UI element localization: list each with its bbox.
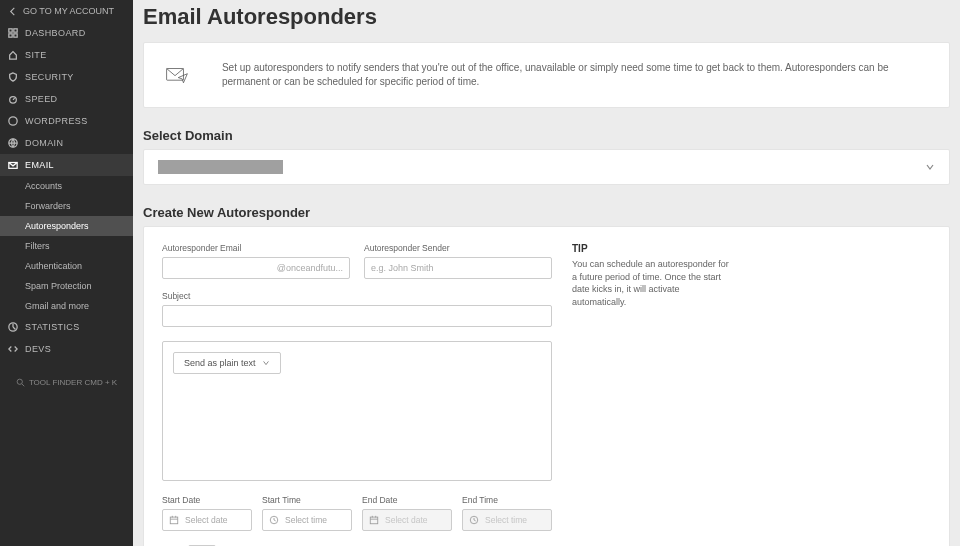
sidebar-item-devs[interactable]: DEVS — [0, 338, 133, 360]
autoresponder-sender-input[interactable] — [364, 257, 552, 279]
intro-text: Set up autoresponders to notify senders … — [222, 61, 929, 89]
start-time-input[interactable]: Select time — [262, 509, 352, 531]
svg-rect-3 — [14, 34, 17, 37]
wordpress-icon — [8, 116, 18, 126]
clock-icon — [469, 515, 479, 525]
tip-title: TIP — [572, 243, 732, 254]
back-label: GO TO MY ACCOUNT — [23, 6, 114, 16]
tool-finder[interactable]: TOOL FINDER CMD + K — [0, 378, 133, 387]
page-title: Email Autoresponders — [143, 4, 950, 30]
autoresponder-email-input[interactable] — [162, 257, 350, 279]
mail-icon — [8, 160, 18, 170]
main-content: Email Autoresponders Set up autoresponde… — [133, 0, 960, 546]
svg-rect-0 — [9, 29, 12, 32]
sidebar-item-statistics[interactable]: STATISTICS — [0, 316, 133, 338]
send-as-plain-text-dropdown[interactable]: Send as plain text — [173, 352, 281, 374]
message-editor[interactable]: Send as plain text — [162, 341, 552, 481]
search-icon — [16, 378, 25, 387]
globe-icon — [8, 138, 18, 148]
end-time-input[interactable]: Select time — [462, 509, 552, 531]
calendar-icon — [369, 515, 379, 525]
email-label: Autoresponder Email — [162, 243, 350, 253]
tip-panel: TIP You can schedule an autoresponder fo… — [552, 243, 732, 546]
sender-label: Autoresponder Sender — [364, 243, 552, 253]
go-to-account-link[interactable]: GO TO MY ACCOUNT — [0, 0, 133, 22]
sidebar-item-domain[interactable]: DOMAIN — [0, 132, 133, 154]
stats-icon — [8, 322, 18, 332]
calendar-icon — [169, 515, 179, 525]
sidebar: GO TO MY ACCOUNT DASHBOARD SITE SECURITY… — [0, 0, 133, 546]
subject-input[interactable] — [162, 305, 552, 327]
sidebar-item-wordpress[interactable]: WORDPRESS — [0, 110, 133, 132]
domain-value-masked — [158, 160, 283, 174]
sidebar-item-speed[interactable]: SPEED — [0, 88, 133, 110]
subject-label: Subject — [162, 291, 552, 301]
arrow-left-icon — [8, 7, 17, 16]
svg-rect-13 — [370, 517, 378, 524]
sidebar-item-email[interactable]: EMAIL — [0, 154, 133, 176]
end-date-input[interactable]: Select date — [362, 509, 452, 531]
sidebar-sub-forwarders[interactable]: Forwarders — [0, 196, 133, 216]
sidebar-sub-gmail[interactable]: Gmail and more — [0, 296, 133, 316]
sidebar-sub-accounts[interactable]: Accounts — [0, 176, 133, 196]
sidebar-item-site[interactable]: SITE — [0, 44, 133, 66]
create-title: Create New Autoresponder — [143, 205, 950, 220]
home-icon — [8, 50, 18, 60]
grid-icon — [8, 28, 18, 38]
start-date-label: Start Date — [162, 495, 252, 505]
sidebar-sub-spam[interactable]: Spam Protection — [0, 276, 133, 296]
shield-icon — [8, 72, 18, 82]
svg-point-9 — [17, 379, 22, 384]
autoresponder-form: Autoresponder Email Autoresponder Sender… — [143, 226, 950, 546]
devs-icon — [8, 344, 18, 354]
chevron-down-icon — [925, 162, 935, 172]
svg-rect-2 — [9, 34, 12, 37]
end-date-label: End Date — [362, 495, 452, 505]
start-time-label: Start Time — [262, 495, 352, 505]
envelope-plane-icon — [164, 58, 190, 92]
chevron-down-icon — [262, 359, 270, 367]
speed-icon — [8, 94, 18, 104]
end-time-label: End Time — [462, 495, 552, 505]
svg-rect-1 — [14, 29, 17, 32]
intro-card: Set up autoresponders to notify senders … — [143, 42, 950, 108]
clock-icon — [269, 515, 279, 525]
svg-point-5 — [9, 117, 17, 125]
form-left: Autoresponder Email Autoresponder Sender… — [162, 243, 552, 546]
sidebar-item-security[interactable]: SECURITY — [0, 66, 133, 88]
sidebar-sub-authentication[interactable]: Authentication — [0, 256, 133, 276]
tip-text: You can schedule an autoresponder for a … — [572, 258, 732, 308]
svg-rect-11 — [170, 517, 178, 524]
domain-select[interactable] — [143, 149, 950, 185]
start-date-input[interactable]: Select date — [162, 509, 252, 531]
select-domain-title: Select Domain — [143, 128, 950, 143]
sidebar-sub-filters[interactable]: Filters — [0, 236, 133, 256]
sidebar-item-dashboard[interactable]: DASHBOARD — [0, 22, 133, 44]
sidebar-sub-autoresponders[interactable]: Autoresponders — [0, 216, 133, 236]
